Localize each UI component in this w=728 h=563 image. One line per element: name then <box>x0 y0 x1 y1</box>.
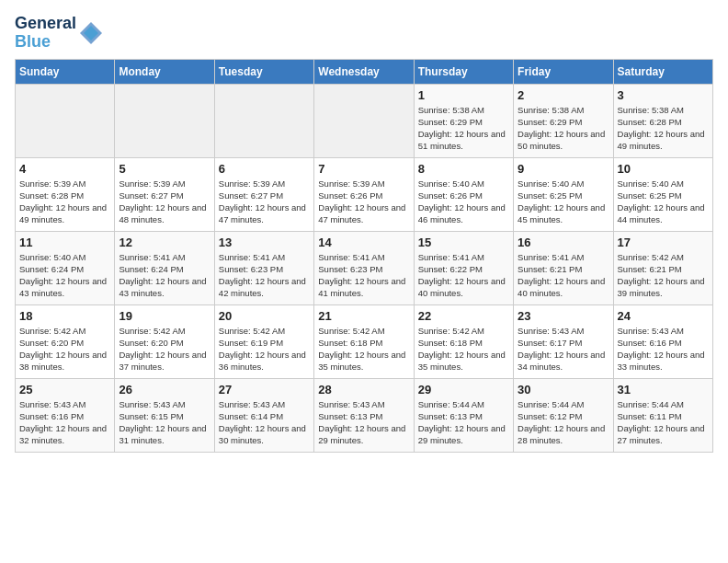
day-info: Sunrise: 5:44 AMSunset: 6:11 PMDaylight:… <box>618 399 705 446</box>
week-row: 11 Sunrise: 5:40 AMSunset: 6:24 PMDaylig… <box>16 231 713 304</box>
day-info: Sunrise: 5:39 AMSunset: 6:28 PMDaylight:… <box>19 178 107 225</box>
day-info: Sunrise: 5:39 AMSunset: 6:27 PMDaylight:… <box>119 178 206 225</box>
day-number: 13 <box>219 236 310 249</box>
day-number: 5 <box>119 162 210 176</box>
calendar-cell: 29 Sunrise: 5:44 AMSunset: 6:13 PMDaylig… <box>414 378 513 452</box>
calendar-table: SundayMondayTuesdayWednesdayThursdayFrid… <box>15 59 713 453</box>
week-row: 18 Sunrise: 5:42 AMSunset: 6:20 PMDaylig… <box>16 304 713 378</box>
weekday-header-thursday: Thursday <box>414 59 513 84</box>
day-info: Sunrise: 5:43 AMSunset: 6:16 PMDaylight:… <box>618 326 705 373</box>
day-info: Sunrise: 5:41 AMSunset: 6:23 PMDaylight:… <box>318 252 405 299</box>
day-info: Sunrise: 5:38 AMSunset: 6:29 PMDaylight:… <box>418 105 506 152</box>
day-number: 14 <box>318 236 409 249</box>
weekday-header-saturday: Saturday <box>613 59 712 84</box>
logo-icon <box>78 20 104 46</box>
day-number: 23 <box>518 309 609 323</box>
day-number: 11 <box>19 236 110 249</box>
day-number: 31 <box>618 383 709 396</box>
day-info: Sunrise: 5:42 AMSunset: 6:20 PMDaylight:… <box>19 326 107 373</box>
day-number: 29 <box>418 383 509 396</box>
calendar-cell: 27 Sunrise: 5:43 AMSunset: 6:14 PMDaylig… <box>214 378 313 452</box>
day-number: 3 <box>618 88 709 102</box>
day-info: Sunrise: 5:44 AMSunset: 6:12 PMDaylight:… <box>518 399 605 446</box>
logo: GeneralBlue <box>15 15 104 52</box>
calendar-cell: 24 Sunrise: 5:43 AMSunset: 6:16 PMDaylig… <box>613 304 712 378</box>
week-row: 4 Sunrise: 5:39 AMSunset: 6:28 PMDayligh… <box>16 157 713 231</box>
day-info: Sunrise: 5:42 AMSunset: 6:20 PMDaylight:… <box>119 326 206 373</box>
day-info: Sunrise: 5:43 AMSunset: 6:13 PMDaylight:… <box>318 399 405 446</box>
day-number: 30 <box>518 383 609 396</box>
day-info: Sunrise: 5:41 AMSunset: 6:24 PMDaylight:… <box>119 252 206 299</box>
calendar-cell: 1 Sunrise: 5:38 AMSunset: 6:29 PMDayligh… <box>414 84 513 157</box>
calendar-cell: 28 Sunrise: 5:43 AMSunset: 6:13 PMDaylig… <box>314 378 414 452</box>
calendar-cell: 4 Sunrise: 5:39 AMSunset: 6:28 PMDayligh… <box>16 157 115 231</box>
calendar-cell: 13 Sunrise: 5:41 AMSunset: 6:23 PMDaylig… <box>214 231 313 304</box>
calendar-cell: 26 Sunrise: 5:43 AMSunset: 6:15 PMDaylig… <box>115 378 214 452</box>
calendar-cell: 20 Sunrise: 5:42 AMSunset: 6:19 PMDaylig… <box>214 304 313 378</box>
day-number: 6 <box>219 162 310 176</box>
page-header: GeneralBlue <box>15 15 713 52</box>
calendar-cell <box>115 84 214 157</box>
week-row: 25 Sunrise: 5:43 AMSunset: 6:16 PMDaylig… <box>16 378 713 452</box>
calendar-cell: 21 Sunrise: 5:42 AMSunset: 6:18 PMDaylig… <box>314 304 414 378</box>
day-info: Sunrise: 5:41 AMSunset: 6:23 PMDaylight:… <box>219 252 306 299</box>
calendar-cell: 10 Sunrise: 5:40 AMSunset: 6:25 PMDaylig… <box>613 157 712 231</box>
calendar-cell: 17 Sunrise: 5:42 AMSunset: 6:21 PMDaylig… <box>613 231 712 304</box>
day-number: 27 <box>219 383 310 396</box>
calendar-cell: 7 Sunrise: 5:39 AMSunset: 6:26 PMDayligh… <box>314 157 414 231</box>
day-info: Sunrise: 5:38 AMSunset: 6:29 PMDaylight:… <box>518 105 605 152</box>
calendar-cell: 8 Sunrise: 5:40 AMSunset: 6:26 PMDayligh… <box>414 157 513 231</box>
day-number: 25 <box>19 383 110 396</box>
calendar-cell: 16 Sunrise: 5:41 AMSunset: 6:21 PMDaylig… <box>514 231 613 304</box>
calendar-cell: 9 Sunrise: 5:40 AMSunset: 6:25 PMDayligh… <box>514 157 613 231</box>
day-number: 15 <box>418 236 509 249</box>
day-number: 28 <box>318 383 409 396</box>
calendar-cell <box>16 84 115 157</box>
weekday-header-monday: Monday <box>115 59 214 84</box>
week-row: 1 Sunrise: 5:38 AMSunset: 6:29 PMDayligh… <box>16 84 713 157</box>
weekday-header-tuesday: Tuesday <box>214 59 313 84</box>
day-number: 24 <box>618 309 709 323</box>
day-number: 20 <box>219 309 310 323</box>
day-info: Sunrise: 5:42 AMSunset: 6:21 PMDaylight:… <box>618 252 705 299</box>
day-number: 9 <box>518 162 609 176</box>
day-info: Sunrise: 5:40 AMSunset: 6:25 PMDaylight:… <box>618 178 705 225</box>
day-info: Sunrise: 5:41 AMSunset: 6:22 PMDaylight:… <box>418 252 506 299</box>
day-number: 2 <box>518 88 609 102</box>
day-number: 10 <box>618 162 709 176</box>
day-number: 19 <box>119 309 210 323</box>
day-number: 22 <box>418 309 509 323</box>
day-number: 1 <box>418 88 509 102</box>
calendar-cell: 12 Sunrise: 5:41 AMSunset: 6:24 PMDaylig… <box>115 231 214 304</box>
weekday-header-sunday: Sunday <box>16 59 115 84</box>
day-number: 7 <box>318 162 409 176</box>
calendar-cell: 25 Sunrise: 5:43 AMSunset: 6:16 PMDaylig… <box>16 378 115 452</box>
calendar-cell: 15 Sunrise: 5:41 AMSunset: 6:22 PMDaylig… <box>414 231 513 304</box>
day-info: Sunrise: 5:39 AMSunset: 6:27 PMDaylight:… <box>219 178 306 225</box>
day-number: 12 <box>119 236 210 249</box>
calendar-cell <box>314 84 414 157</box>
day-info: Sunrise: 5:43 AMSunset: 6:17 PMDaylight:… <box>518 326 605 373</box>
day-number: 26 <box>119 383 210 396</box>
day-info: Sunrise: 5:42 AMSunset: 6:18 PMDaylight:… <box>318 326 405 373</box>
weekday-header-wednesday: Wednesday <box>314 59 414 84</box>
day-number: 18 <box>19 309 110 323</box>
day-number: 8 <box>418 162 509 176</box>
day-info: Sunrise: 5:43 AMSunset: 6:16 PMDaylight:… <box>19 399 107 446</box>
day-info: Sunrise: 5:43 AMSunset: 6:15 PMDaylight:… <box>119 399 206 446</box>
day-info: Sunrise: 5:44 AMSunset: 6:13 PMDaylight:… <box>418 399 506 446</box>
calendar-cell: 2 Sunrise: 5:38 AMSunset: 6:29 PMDayligh… <box>514 84 613 157</box>
calendar-cell: 30 Sunrise: 5:44 AMSunset: 6:12 PMDaylig… <box>514 378 613 452</box>
day-info: Sunrise: 5:38 AMSunset: 6:28 PMDaylight:… <box>618 105 705 152</box>
day-info: Sunrise: 5:40 AMSunset: 6:24 PMDaylight:… <box>19 252 107 299</box>
day-info: Sunrise: 5:41 AMSunset: 6:21 PMDaylight:… <box>518 252 605 299</box>
day-number: 4 <box>19 162 110 176</box>
calendar-cell: 11 Sunrise: 5:40 AMSunset: 6:24 PMDaylig… <box>16 231 115 304</box>
day-info: Sunrise: 5:42 AMSunset: 6:18 PMDaylight:… <box>418 326 506 373</box>
day-number: 16 <box>518 236 609 249</box>
calendar-header: SundayMondayTuesdayWednesdayThursdayFrid… <box>16 59 713 84</box>
calendar-cell: 6 Sunrise: 5:39 AMSunset: 6:27 PMDayligh… <box>214 157 313 231</box>
weekday-header-friday: Friday <box>514 59 613 84</box>
logo-text: GeneralBlue <box>15 15 76 52</box>
calendar-cell: 23 Sunrise: 5:43 AMSunset: 6:17 PMDaylig… <box>514 304 613 378</box>
